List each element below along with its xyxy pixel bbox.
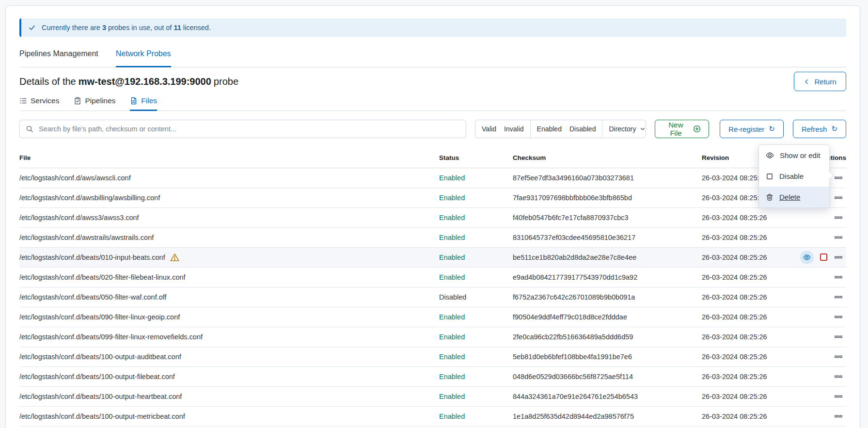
show-file-button[interactable] (800, 251, 814, 264)
row-actions-button[interactable] (834, 193, 843, 203)
file-path: /etc/logstash/conf.d/beats/100-output-au… (19, 353, 181, 361)
status-cell: Disabled (439, 287, 513, 307)
table-row: /etc/logstash/conf.d/awsbilling/awsbilli… (19, 188, 846, 207)
filter-invalid[interactable]: Invalid (504, 125, 523, 133)
row-actions-button[interactable] (834, 233, 843, 242)
table-row: /etc/logstash/conf.d/beats/100-output-au… (19, 347, 846, 366)
file-path: /etc/logstash/conf.d/beats/100-output-he… (19, 393, 182, 400)
checksum-cell: be511ce1b820ab2d8da2ae28e7c8e4ee (513, 247, 702, 267)
menu-item-show-or-edit[interactable]: Show or edit (759, 145, 829, 166)
table-row: /etc/logstash/conf.d/beats/100-output-fi… (19, 366, 846, 386)
row-actions-button[interactable] (834, 292, 843, 302)
subtab-files[interactable]: Files (130, 96, 157, 111)
directory-dropdown[interactable]: Directory (602, 120, 646, 138)
revision-cell: 26-03-2024 08:25:26 (702, 287, 795, 307)
status-cell: Enabled (439, 327, 513, 347)
refresh-icon: ↻ (769, 126, 775, 133)
file-path: /etc/logstash/conf.d/beats/020-filter-fi… (19, 273, 186, 281)
column-header-status: Status (439, 148, 513, 168)
files-toolbar: Valid Invalid Enabled Disabled Directory… (19, 120, 846, 138)
check-icon (28, 24, 36, 32)
filter-valid[interactable]: Valid (482, 125, 496, 133)
main-card: Currently there are 3 probes in use, out… (5, 5, 860, 428)
row-actions-button[interactable] (834, 312, 843, 322)
status-cell: Enabled (439, 188, 513, 207)
tab-network-probes[interactable]: Network Probes (116, 49, 171, 67)
row-actions-button[interactable] (834, 352, 843, 362)
revision-cell: 26-03-2024 08:25:26 (702, 386, 795, 406)
row-actions-button[interactable] (834, 173, 843, 183)
checksum-cell: f40feb0547b6fc7e17cfa8870937cbc3 (513, 207, 702, 227)
row-actions-button[interactable] (834, 253, 843, 262)
revision-cell: 26-03-2024 08:25:26 (702, 247, 795, 267)
search-box (19, 120, 466, 138)
chevron-down-icon (640, 126, 646, 132)
revision-cell: 26-03-2024 08:25:26 (702, 406, 795, 426)
status-cell: Enabled (439, 366, 513, 386)
menu-item-disable[interactable]: Disable (759, 166, 829, 187)
row-actions-button[interactable] (834, 272, 843, 282)
revision-cell: 26-03-2024 08:25:26 (702, 366, 795, 386)
column-header-checksum: Checksum (513, 148, 702, 168)
status-cell: Enabled (439, 386, 513, 406)
document-icon (130, 97, 138, 105)
license-banner: Currently there are 3 probes in use, out… (19, 18, 846, 37)
trash-icon (766, 193, 773, 201)
re-register-button[interactable]: Re-register ↻ (720, 120, 784, 138)
row-actions-menu: Show or edit Disable Delete (758, 144, 830, 208)
table-row: /etc/logstash/conf.d/awstrails/awstrails… (19, 227, 846, 247)
checksum-cell: e9ad4b084217739177543970dd1c9a92 (513, 267, 702, 287)
revision-cell: 26-03-2024 08:25:26 (702, 307, 795, 327)
filter-group: Valid Invalid Enabled Disabled Directory (475, 120, 646, 138)
file-path: /etc/logstash/conf.d/awss3/awss3.conf (19, 214, 139, 222)
checksum-cell: 8310645737ef03cdee45695810e36217 (513, 227, 702, 247)
filter-enabled[interactable]: Enabled (537, 125, 562, 133)
clipboard-icon (74, 97, 81, 105)
subtab-pipelines[interactable]: Pipelines (74, 96, 115, 111)
row-actions-button[interactable] (834, 372, 843, 381)
row-actions-button[interactable] (834, 412, 843, 421)
refresh-icon: ↻ (831, 126, 837, 133)
refresh-button[interactable]: Refresh ↻ (793, 120, 846, 138)
filter-disabled[interactable]: Disabled (569, 125, 596, 133)
tab-pipelines-management[interactable]: Pipelines Management (19, 49, 98, 67)
file-path: /etc/logstash/conf.d/awsbilling/awsbilli… (19, 194, 160, 202)
license-banner-text: Currently there are 3 probes in use, out… (42, 24, 211, 32)
main-tabs: Pipelines Management Network Probes (19, 49, 846, 67)
return-button[interactable]: Return (794, 72, 846, 91)
status-cell: Enabled (439, 207, 513, 227)
status-cell: Enabled (439, 406, 513, 426)
probe-subtabs: Services Pipelines Files (19, 96, 846, 111)
new-file-button[interactable]: New File (655, 120, 709, 138)
checksum-cell: 1e1a8d25f635d42d8944ed2a98576f75 (513, 406, 702, 426)
subtab-services[interactable]: Services (19, 96, 59, 111)
search-input[interactable] (38, 125, 460, 133)
probe-id: mw-test@192.168.3.199:9000 (79, 76, 211, 87)
checksum-cell: 87ef5ee7df3a3496160a073b03273681 (513, 168, 702, 188)
table-row: /etc/logstash/conf.d/beats/100-output-me… (19, 406, 846, 426)
table-row: /etc/logstash/conf.d/beats/090-filter-li… (19, 307, 846, 327)
page-title: Details of themw-test@192.168.3.199:9000… (19, 76, 238, 87)
row-actions-button[interactable] (834, 392, 843, 401)
table-row: /etc/logstash/conf.d/beats/020-filter-fi… (19, 267, 846, 287)
disable-file-button[interactable] (820, 254, 827, 261)
file-path: /etc/logstash/conf.d/beats/010-input-bea… (19, 254, 165, 261)
menu-item-delete[interactable]: Delete (759, 187, 829, 207)
licensed-count: 11 (174, 24, 181, 32)
file-path: /etc/logstash/conf.d/awstrails/awstrails… (19, 234, 154, 241)
status-cell: Enabled (439, 168, 513, 188)
file-path: /etc/logstash/conf.d/aws/awscli.conf (19, 174, 131, 182)
revision-cell: 26-03-2024 08:25:26 (702, 347, 795, 366)
row-actions-button[interactable] (834, 332, 843, 342)
row-actions-button[interactable] (834, 213, 843, 222)
column-header-file: File (19, 148, 439, 168)
file-path: /etc/logstash/conf.d/beats/099-filter-li… (19, 333, 203, 341)
revision-cell: 26-03-2024 08:25:26 (702, 207, 795, 227)
status-cell: Enabled (439, 347, 513, 366)
file-path: /etc/logstash/conf.d/beats/050-filter-wa… (19, 293, 167, 301)
file-path: /etc/logstash/conf.d/beats/100-output-me… (19, 412, 185, 420)
probes-in-use-count: 3 (102, 24, 106, 32)
status-cell: Enabled (439, 307, 513, 327)
eye-icon (766, 151, 774, 159)
status-cell: Enabled (439, 227, 513, 247)
